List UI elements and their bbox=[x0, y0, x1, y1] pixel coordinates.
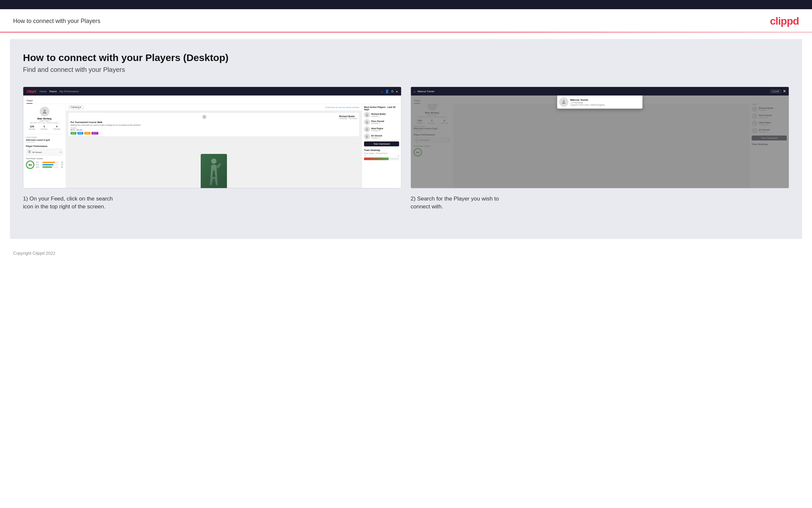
screenshot-1: clippd Home Teams My Performance ⌕ 👤 ⚙ ● bbox=[23, 87, 401, 188]
following-bar: Following ▾ Control who can see your act… bbox=[66, 104, 362, 111]
activity-tags: OTT APP ARG PUTT bbox=[70, 132, 357, 134]
player-thumb-3 bbox=[364, 126, 370, 132]
search-input-display[interactable]: Marcus Turner bbox=[418, 90, 768, 93]
settings-icon[interactable]: ⚙ bbox=[391, 90, 394, 93]
mid-panel-1: Following ▾ Control who can see your act… bbox=[66, 104, 362, 188]
player-select-avatar bbox=[28, 150, 32, 154]
search-result-avatar bbox=[559, 97, 568, 107]
latest-activity-title: Afternoon round of golf bbox=[26, 139, 63, 141]
followers-count: 3 bbox=[41, 125, 48, 128]
tpq-bars: OTT 79 APP 70 ARG bbox=[36, 162, 63, 168]
player-acts-4: Activities: 1 bbox=[371, 137, 382, 139]
activity-content-title: Pre Tournament Course Walk bbox=[70, 121, 357, 123]
step-1-label: 1) On your Feed, click on the searchicon… bbox=[23, 195, 401, 211]
player-thumb-4 bbox=[364, 134, 370, 139]
feed-tab[interactable]: Feed bbox=[27, 98, 33, 104]
profile-card: Blair McHarg Golf Coach Mill Ride Golf C… bbox=[26, 107, 63, 134]
nav-home[interactable]: Home bbox=[39, 90, 46, 93]
svg-point-7 bbox=[366, 135, 367, 136]
list-item: Hiral Pujara Activities: 3 bbox=[364, 126, 399, 132]
search-icon-overlay: ⌕ bbox=[414, 90, 416, 93]
tag-app: APP bbox=[78, 132, 83, 134]
avatar bbox=[40, 107, 50, 117]
svg-point-0 bbox=[44, 110, 46, 112]
app-bar-icons-1: ⌕ 👤 ⚙ ● bbox=[381, 90, 398, 93]
feed-tab-bar: Feed bbox=[23, 95, 401, 104]
activity-author-name: Richard Butler bbox=[339, 115, 357, 118]
tpq-row: 84 OTT 79 APP 70 bbox=[26, 161, 63, 169]
header-divider bbox=[0, 32, 812, 33]
player-thumb-1 bbox=[364, 112, 370, 118]
most-active-label: Most Active Players · Last 30 days bbox=[364, 106, 399, 111]
svg-point-4 bbox=[366, 114, 367, 115]
tag-ott: OTT bbox=[70, 132, 77, 134]
copyright: Copyright Clippd 2022 bbox=[13, 251, 55, 256]
list-item: Richard Butler Activities: 7 bbox=[364, 112, 399, 118]
screenshot-col-1: clippd Home Teams My Performance ⌕ 👤 ⚙ ● bbox=[23, 87, 401, 211]
app-bar-1: clippd Home Teams My Performance ⌕ 👤 ⚙ ● bbox=[23, 87, 401, 95]
search-bar-overlay: ⌕ Marcus Turner CLEAR ✕ bbox=[411, 87, 789, 95]
profile-club: Mill Ride Golf Club, United Kingdom bbox=[26, 122, 63, 124]
avatar-icon[interactable]: ● bbox=[396, 90, 398, 93]
activity-content-desc: Walking the course with my coach to buil… bbox=[70, 124, 357, 126]
tpq-score: 84 bbox=[26, 161, 35, 169]
clear-btn[interactable]: CLEAR bbox=[770, 90, 781, 93]
search-result-club: Cypress Point Club, United Kingdom bbox=[570, 104, 605, 106]
svg-point-1 bbox=[29, 151, 30, 152]
svg-point-3 bbox=[211, 159, 217, 164]
main-subheading: Find and connect with your Players bbox=[23, 66, 789, 74]
heatmap-range-labels: -5+5 bbox=[364, 155, 399, 157]
team-dashboard-btn[interactable]: Team Dashboard bbox=[364, 141, 399, 146]
svg-point-5 bbox=[366, 121, 367, 122]
left-panel-1: Blair McHarg Golf Coach Mill Ride Golf C… bbox=[23, 104, 66, 188]
app-logo-1: clippd bbox=[27, 90, 36, 93]
search-result-name: Marcus Turner bbox=[570, 98, 605, 101]
search-result-item[interactable]: Marcus Turner 1.5 Handicap Cypress Point… bbox=[559, 97, 640, 107]
list-item: Piers Parnell Activities: 4 bbox=[364, 119, 399, 125]
screenshot-col-2: ⌕ Marcus Turner CLEAR ✕ Marcus Turner bbox=[411, 87, 789, 211]
team-heatmap-label: Team Heatmap bbox=[364, 149, 399, 151]
player-performance-label: Player Performance bbox=[26, 145, 63, 147]
player-acts-3: Activities: 3 bbox=[371, 130, 383, 132]
activity-duration-val: 02 hr : 00 min bbox=[70, 129, 357, 131]
following-btn[interactable]: Following ▾ bbox=[68, 105, 83, 109]
activity-author-avatar bbox=[202, 115, 206, 119]
person-icon[interactable]: 👤 bbox=[385, 90, 389, 93]
screenshot-body-1: Blair McHarg Golf Coach Mill Ride Golf C… bbox=[23, 104, 401, 188]
main-content: How to connect with your Players (Deskto… bbox=[10, 39, 802, 239]
golfer-silhouette bbox=[201, 154, 227, 188]
golfer-image bbox=[201, 154, 227, 188]
player-name-3: Hiral Pujara bbox=[371, 127, 383, 130]
list-item: Eli Vincent Activities: 1 bbox=[364, 134, 399, 139]
search-result-handicap: 1.5 Handicap bbox=[570, 101, 605, 104]
svg-point-8 bbox=[563, 100, 564, 102]
svg-point-6 bbox=[366, 128, 367, 129]
close-btn-overlay[interactable]: ✕ bbox=[783, 89, 786, 93]
player-name-4: Eli Vincent bbox=[371, 134, 382, 137]
player-list: Richard Butler Activities: 7 Piers Parne… bbox=[364, 112, 399, 139]
right-panel-1: Most Active Players · Last 30 days Richa… bbox=[362, 104, 401, 188]
player-select-name: Eli Vincent bbox=[33, 151, 59, 153]
stats-row: 129 Activities 3 Followers 4 Following bbox=[26, 124, 63, 131]
search-icon[interactable]: ⌕ bbox=[381, 90, 383, 93]
nav-teams[interactable]: Teams bbox=[49, 90, 57, 93]
latest-activity-date: 27 Jul 2022 bbox=[26, 141, 63, 143]
page-title: How to connect with your Players bbox=[13, 18, 100, 25]
search-result-dropdown: Marcus Turner 1.5 Handicap Cypress Point… bbox=[557, 95, 642, 109]
player-thumb-2 bbox=[364, 119, 370, 125]
screenshots-row: clippd Home Teams My Performance ⌕ 👤 ⚙ ● bbox=[23, 87, 789, 211]
app-nav-1: Home Teams My Performance bbox=[39, 90, 79, 93]
profile-name: Blair McHarg bbox=[26, 118, 63, 120]
player-select[interactable]: Eli Vincent ▾ bbox=[26, 149, 63, 156]
heatmap-bar bbox=[364, 158, 399, 160]
main-heading: How to connect with your Players (Deskto… bbox=[23, 52, 789, 64]
activities-count: 129 bbox=[29, 125, 35, 128]
activity-source: Yesterday · The Grove bbox=[339, 118, 357, 120]
player-acts-2: Activities: 4 bbox=[371, 122, 384, 124]
player-name-1: Richard Butler bbox=[371, 113, 386, 115]
tag-putt: PUTT bbox=[92, 132, 98, 134]
nav-my-performance[interactable]: My Performance bbox=[59, 90, 79, 93]
player-name-2: Piers Parnell bbox=[371, 120, 384, 122]
control-link[interactable]: Control who can see your activity and da… bbox=[325, 106, 359, 108]
tag-arg: ARG bbox=[84, 132, 91, 134]
